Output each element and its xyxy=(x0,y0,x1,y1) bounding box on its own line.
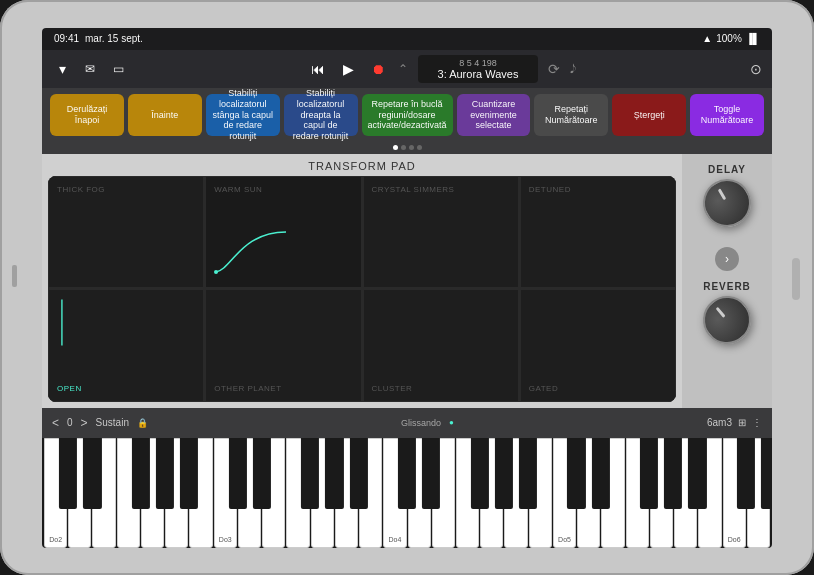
pad-cell-detuned[interactable]: DETUNED xyxy=(520,176,676,289)
pad-label-open: OPEN xyxy=(57,384,82,393)
window-icon[interactable]: ▭ xyxy=(108,62,128,76)
white-key-5[interactable] xyxy=(165,438,188,548)
pad-cell-other-planet[interactable]: OTHER PLANET xyxy=(205,289,361,402)
white-key-21[interactable]: Do5 xyxy=(553,438,576,548)
play-button[interactable]: ▶ xyxy=(338,61,358,77)
pad-cell-warm-sun[interactable]: WARM SUN xyxy=(205,176,361,289)
pad-cell-thick-fog[interactable]: THICK FOG xyxy=(48,176,204,289)
white-key-14[interactable]: Do4 xyxy=(383,438,406,548)
btn-localizator-dreapta[interactable]: Stabiliți localizatorul dreapta la capul… xyxy=(284,94,358,136)
white-key-15[interactable] xyxy=(408,438,431,548)
dropdown-icon[interactable]: ▾ xyxy=(52,61,72,77)
pad-cell-gated[interactable]: GATED xyxy=(520,289,676,402)
reverb-knob[interactable] xyxy=(693,286,761,354)
white-key-18[interactable] xyxy=(480,438,503,548)
status-date: mar. 15 sept. xyxy=(85,33,143,44)
sustain-label[interactable]: Sustain xyxy=(96,417,129,428)
side-button-right[interactable] xyxy=(792,258,800,300)
key-label-0: Do2 xyxy=(49,536,62,543)
delay-section: DELAY xyxy=(703,164,751,227)
white-key-9[interactable] xyxy=(262,438,285,548)
side-button-left[interactable] xyxy=(12,265,17,287)
key-label-28: Do6 xyxy=(728,536,741,543)
pad-cell-open[interactable]: OPEN xyxy=(48,289,204,402)
transform-pad-title: TRANSFORM PAD xyxy=(48,160,676,172)
pad-label-thick-fog: THICK FOG xyxy=(57,185,105,194)
white-key-23[interactable] xyxy=(601,438,624,548)
btn-inainte[interactable]: Înainte xyxy=(128,94,202,136)
transport-name: 3: Aurora Waves xyxy=(428,68,528,80)
piano-controls: < 0 > Sustain 🔒 Glissando ● 6am3 ⊞ ⋮ xyxy=(42,408,772,438)
white-key-26[interactable] xyxy=(674,438,697,548)
pad-cell-crystal[interactable]: CRYSTAL SIMMERS xyxy=(363,176,519,289)
btn-cuantizare[interactable]: Cuantizare evenimente selectate xyxy=(457,94,531,136)
white-key-22[interactable] xyxy=(577,438,600,548)
display-chevron[interactable]: ⌃ xyxy=(398,62,408,76)
pad-label-detuned: DETUNED xyxy=(529,185,571,194)
white-key-8[interactable] xyxy=(238,438,261,548)
battery-label: 100% xyxy=(716,33,742,44)
ipad-frame: 09:41 mar. 15 sept. ▲ 100% ▐▌ ▾ ✉ ▭ ⏮ ▶ … xyxy=(0,0,814,575)
white-key-0[interactable]: Do2 xyxy=(44,438,67,548)
octave-prev-button[interactable]: < xyxy=(52,416,59,430)
white-key-7[interactable]: Do3 xyxy=(214,438,237,548)
key-label-7: Do3 xyxy=(219,536,232,543)
side-panel: DELAY › REVERB xyxy=(682,154,772,408)
white-key-19[interactable] xyxy=(504,438,527,548)
battery-icon: ▐▌ xyxy=(746,33,760,44)
dot-2 xyxy=(401,145,406,150)
white-key-11[interactable] xyxy=(311,438,334,548)
prev-button[interactable]: ⏮ xyxy=(308,61,328,77)
status-time: 09:41 xyxy=(54,33,79,44)
delay-label: DELAY xyxy=(708,164,746,175)
white-key-2[interactable] xyxy=(92,438,115,548)
expand-button[interactable]: › xyxy=(715,247,739,271)
btn-deruleaza-inapoi[interactable]: Derulăzați Înapoi xyxy=(50,94,124,136)
settings-icon[interactable]: ⊙ xyxy=(750,61,762,77)
reverb-section: REVERB xyxy=(703,281,751,344)
white-key-4[interactable] xyxy=(141,438,164,548)
btn-stergeti[interactable]: Ștergeți xyxy=(612,94,686,136)
white-key-16[interactable] xyxy=(432,438,455,548)
btn-toggle[interactable]: Toggle Numărătoare xyxy=(690,94,764,136)
pad-label-other-planet: OTHER PLANET xyxy=(214,384,281,393)
white-key-29[interactable] xyxy=(747,438,770,548)
delay-knob[interactable] xyxy=(694,170,760,236)
key-label-21: Do5 xyxy=(558,536,571,543)
white-key-27[interactable] xyxy=(698,438,721,548)
white-key-28[interactable]: Do6 xyxy=(723,438,746,548)
lock-icon[interactable]: 🔒 xyxy=(137,418,148,428)
transport-numbers: 8 5 4 198 xyxy=(428,58,528,68)
btn-repetati[interactable]: Repetați Numărătoare xyxy=(534,94,608,136)
message-icon[interactable]: ✉ xyxy=(80,62,100,76)
transport-display[interactable]: 8 5 4 198 3: Aurora Waves xyxy=(418,55,538,83)
wifi-icon: ▲ xyxy=(702,33,712,44)
white-keys: Do2Do3Do4Do5Do6 xyxy=(44,438,770,548)
dot-1 xyxy=(393,145,398,150)
scale-label: 6am3 xyxy=(707,417,732,428)
grid-icon[interactable]: ⊞ xyxy=(738,417,746,428)
ipad-screen: 09:41 mar. 15 sept. ▲ 100% ▐▌ ▾ ✉ ▭ ⏮ ▶ … xyxy=(42,28,772,548)
btn-localizator-stanga[interactable]: Stabiliți localizatorul stânga la capul … xyxy=(206,94,280,136)
pad-cell-cluster[interactable]: CLUSTER xyxy=(363,289,519,402)
white-key-3[interactable] xyxy=(117,438,140,548)
open-curve xyxy=(54,295,134,350)
white-key-17[interactable] xyxy=(456,438,479,548)
pad-label-warm-sun: WARM SUN xyxy=(214,185,262,194)
white-key-6[interactable] xyxy=(189,438,212,548)
white-key-1[interactable] xyxy=(68,438,91,548)
status-bar: 09:41 mar. 15 sept. ▲ 100% ▐▌ xyxy=(42,28,772,50)
record-button[interactable]: ⏺ xyxy=(368,61,388,77)
white-key-12[interactable] xyxy=(335,438,358,548)
menu-icon[interactable]: ⋮ xyxy=(752,417,762,428)
warm-sun-curve xyxy=(211,222,291,282)
loop-icon[interactable]: ⟳ xyxy=(548,61,560,77)
white-key-10[interactable] xyxy=(286,438,309,548)
dot-3 xyxy=(409,145,414,150)
white-key-24[interactable] xyxy=(626,438,649,548)
btn-repetare-bucla[interactable]: Repetare în buclă regiuni/dosare activat… xyxy=(362,94,453,136)
white-key-13[interactable] xyxy=(359,438,382,548)
octave-next-button[interactable]: > xyxy=(81,416,88,430)
white-key-25[interactable] xyxy=(650,438,673,548)
white-key-20[interactable] xyxy=(529,438,552,548)
